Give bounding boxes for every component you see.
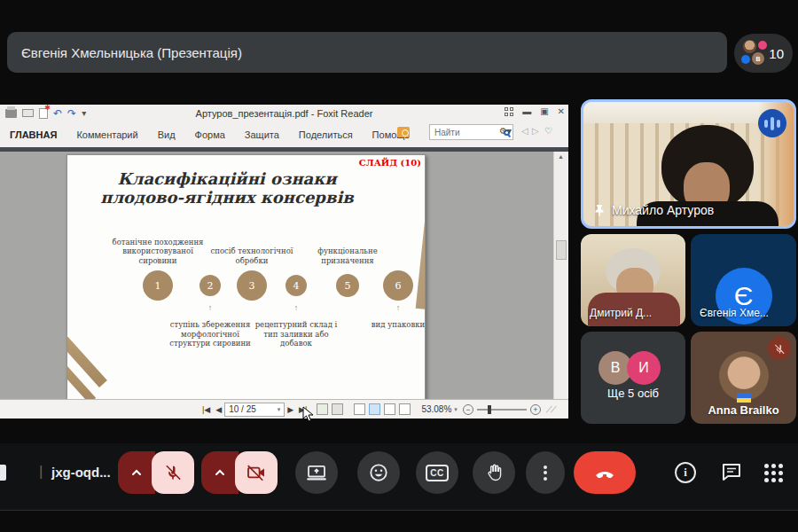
info-icon: i <box>675 462 696 483</box>
pdf-document-area[interactable]: СЛАЙД (10) Класифікаційні ознаки плодово… <box>0 152 553 415</box>
search-folder-icon[interactable] <box>397 127 410 137</box>
emoji-smile-icon <box>369 463 388 482</box>
mic-mute-button[interactable] <box>152 451 194 494</box>
tab-share[interactable]: Поделиться <box>289 129 363 140</box>
zoom-level: 53.08% <box>421 404 451 414</box>
video-tile-mykhailo[interactable]: Михайло Артуров <box>581 99 796 229</box>
chevron-down-icon[interactable]: ▾ <box>454 406 458 413</box>
find-input[interactable] <box>433 127 504 138</box>
pdf-page-slide10: СЛАЙД (10) Класифікаційні ознаки плодово… <box>66 154 426 401</box>
tab-comment[interactable]: Комментарий <box>66 129 147 140</box>
reactions-button[interactable] <box>357 451 400 494</box>
participant-name: Євгенія Хме... <box>700 307 769 319</box>
resize-grip-icon[interactable]: ⟋⟋ <box>546 404 555 415</box>
zoom-slider-thumb[interactable] <box>488 405 491 414</box>
more-participants-label: Ще 5 осіб <box>581 387 685 400</box>
vertical-scrollbar[interactable]: ▲ ▼ <box>553 152 567 415</box>
diagram-circle: 1 <box>143 270 173 301</box>
tab-home[interactable]: ГЛАВНАЯ <box>0 129 66 140</box>
captions-button[interactable]: CC <box>416 451 458 494</box>
mouse-cursor <box>302 406 314 422</box>
mic-off-icon <box>164 464 182 481</box>
meet-window: Євгенія Хмельницька (Презентація) B 10 ↶… <box>0 0 798 532</box>
mic-options-button[interactable] <box>118 451 155 494</box>
window-title: Артуров_презентація.pdf - Foxit Reader <box>0 108 568 119</box>
camera-options-button[interactable] <box>201 451 239 494</box>
avatar <box>741 55 750 64</box>
foxit-status-bar: |◀ ◀ 10 / 25 ▾ ▶ ▶| 53.08% ▾ − + ⟋⟋ <box>0 399 568 419</box>
scrollbar-thumb[interactable] <box>556 240 567 260</box>
raise-hand-button[interactable] <box>473 451 515 494</box>
avatar: B <box>752 52 764 65</box>
facing-view-icon[interactable] <box>384 403 395 415</box>
mic-control <box>118 451 194 494</box>
camera-off-button[interactable] <box>235 451 278 494</box>
next-result-icon[interactable]: ▷ <box>532 127 539 136</box>
next-page-button[interactable]: ▶ <box>287 405 293 414</box>
clock-fragment <box>0 465 6 481</box>
presentation-banner-label: Євгенія Хмельницька (Презентація) <box>21 45 242 60</box>
present-screen-button[interactable] <box>295 451 338 494</box>
page-indicator: 10 / 25 <box>229 404 256 414</box>
diagram-item-6: 6 ↑ вид упаковки <box>357 212 426 389</box>
collapse-ribbon-icon[interactable]: ♡ <box>544 127 552 136</box>
avatar <box>758 41 767 50</box>
participant-name: Михайло Артуров <box>612 203 714 217</box>
raise-hand-icon <box>485 463 503 482</box>
participants-count-pill[interactable]: B 10 <box>734 34 793 73</box>
snapshot-icon[interactable] <box>317 403 328 415</box>
pin-icon <box>594 204 605 216</box>
close-button[interactable]: ✕ <box>558 107 565 116</box>
chevron-up-icon <box>215 469 225 476</box>
tab-view[interactable]: Вид <box>148 129 185 140</box>
mic-off-icon <box>774 343 786 355</box>
tab-help[interactable]: Помощь <box>363 129 420 140</box>
meeting-code: jxg-oqd... <box>51 465 111 480</box>
single-page-view-icon[interactable] <box>354 403 365 415</box>
zoom-slider[interactable] <box>477 409 527 411</box>
avatar: И <box>627 351 661 385</box>
video-tile-anna[interactable]: Anna Brailko <box>691 332 796 424</box>
ui-mode-icon[interactable] <box>505 107 513 116</box>
zoom-in-icon[interactable]: + <box>530 404 541 415</box>
divider <box>0 510 798 511</box>
video-tile-yevheniia[interactable]: Є Євгенія Хме... <box>691 234 796 326</box>
apps-grid-icon <box>764 464 783 482</box>
present-screen-icon <box>307 465 326 481</box>
gear-icon[interactable]: ⚙▾ <box>499 127 512 136</box>
leave-call-button[interactable] <box>574 451 636 494</box>
video-tile-dmitriy[interactable]: Дмитрий Д... <box>581 234 685 326</box>
captions-icon: CC <box>426 465 448 481</box>
chat-icon <box>721 463 742 482</box>
activities-button[interactable] <box>757 457 789 489</box>
participant-name: Anna Brailko <box>691 403 796 417</box>
restore-button[interactable]: ▣ <box>540 107 548 116</box>
diagram-circle: 5 <box>336 274 359 297</box>
page-number-box[interactable]: 10 / 25 ▾ <box>224 403 285 417</box>
meeting-details-button[interactable]: i <box>669 457 701 489</box>
slide10-title: Класифікаційні ознаки плодово-ягідних ко… <box>94 169 360 207</box>
minimize-button[interactable]: ▬ <box>522 107 531 116</box>
divider: | <box>39 463 43 481</box>
camera-control <box>201 451 278 494</box>
participant-avatars-cluster: B <box>741 40 771 66</box>
zoom-out-icon[interactable]: − <box>463 404 473 415</box>
prev-page-button[interactable]: ◀ <box>215 405 222 414</box>
presentation-banner: Євгенія Хмельницька (Презентація) <box>7 32 727 73</box>
ukraine-flag-icon <box>737 393 751 403</box>
overflow-participants-tile[interactable]: В И Ще 5 осіб <box>581 332 685 424</box>
prev-result-icon[interactable]: ◁ <box>521 127 528 136</box>
avatar <box>743 40 756 53</box>
continuous-view-icon[interactable] <box>369 403 380 415</box>
scroll-up-icon[interactable]: ▲ <box>558 153 564 160</box>
tab-protect[interactable]: Защита <box>235 129 289 140</box>
participant-name: Дмитрий Д... <box>590 307 652 319</box>
first-page-button[interactable]: |◀ <box>202 405 210 414</box>
more-options-button[interactable] <box>526 451 565 494</box>
clipboard-icon[interactable] <box>332 403 343 415</box>
chevron-down-icon: ▾ <box>278 406 281 413</box>
tab-form[interactable]: Форма <box>185 129 235 140</box>
chat-button[interactable] <box>716 457 747 489</box>
more-options-icon <box>544 463 547 482</box>
continuous-facing-view-icon[interactable] <box>399 403 411 415</box>
